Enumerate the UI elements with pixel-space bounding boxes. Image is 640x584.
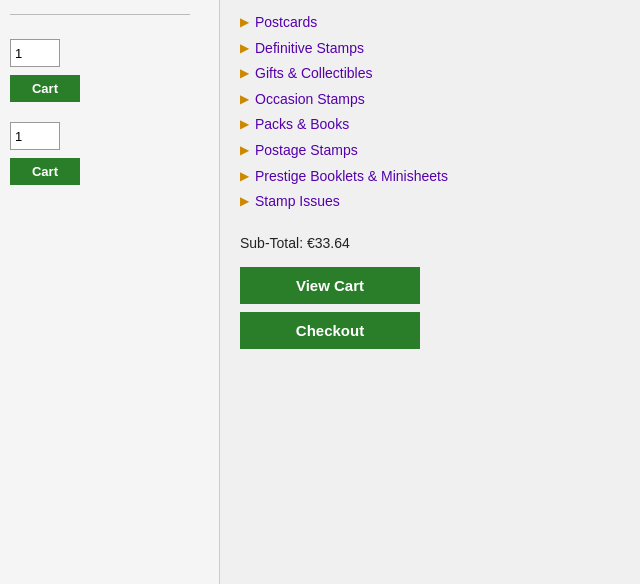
list-item: ▶ Definitive Stamps	[240, 36, 620, 62]
navigation-menu: ▶ Postcards ▶ Definitive Stamps ▶ Gifts …	[240, 10, 620, 215]
list-item: ▶ Occasion Stamps	[240, 87, 620, 113]
arrow-icon: ▶	[240, 143, 249, 157]
view-cart-button[interactable]: View Cart	[240, 267, 420, 304]
nav-link-postage-stamps[interactable]: Postage Stamps	[255, 141, 358, 161]
arrow-icon: ▶	[240, 194, 249, 208]
list-item: ▶ Packs & Books	[240, 112, 620, 138]
cart-buttons: View Cart Checkout	[240, 267, 620, 349]
subtotal-text: Sub-Total: €33.64	[240, 235, 350, 251]
top-divider	[10, 14, 190, 15]
nav-link-definitive-stamps[interactable]: Definitive Stamps	[255, 39, 364, 59]
arrow-icon: ▶	[240, 41, 249, 55]
add-to-cart-section-2: Cart	[10, 122, 80, 185]
list-item: ▶ Stamp Issues	[240, 189, 620, 215]
list-item: ▶ Prestige Booklets & Minisheets	[240, 164, 620, 190]
arrow-icon: ▶	[240, 66, 249, 80]
arrow-icon: ▶	[240, 15, 249, 29]
arrow-icon: ▶	[240, 92, 249, 106]
right-panel: ▶ Postcards ▶ Definitive Stamps ▶ Gifts …	[220, 0, 640, 584]
list-item: ▶ Postcards	[240, 10, 620, 36]
nav-link-gifts-collectibles[interactable]: Gifts & Collectibles	[255, 64, 372, 84]
nav-link-packs-books[interactable]: Packs & Books	[255, 115, 349, 135]
nav-link-occasion-stamps[interactable]: Occasion Stamps	[255, 90, 365, 110]
add-to-cart-button-2[interactable]: Cart	[10, 158, 80, 185]
quantity-input-1[interactable]	[10, 39, 60, 67]
checkout-button[interactable]: Checkout	[240, 312, 420, 349]
add-to-cart-section-1: Cart	[10, 39, 80, 102]
left-panel: Cart Cart	[0, 0, 220, 584]
arrow-icon: ▶	[240, 117, 249, 131]
nav-link-postcards[interactable]: Postcards	[255, 13, 317, 33]
list-item: ▶ Gifts & Collectibles	[240, 61, 620, 87]
nav-link-prestige-booklets[interactable]: Prestige Booklets & Minisheets	[255, 167, 448, 187]
nav-link-stamp-issues[interactable]: Stamp Issues	[255, 192, 340, 212]
add-to-cart-button-1[interactable]: Cart	[10, 75, 80, 102]
arrow-icon: ▶	[240, 169, 249, 183]
list-item: ▶ Postage Stamps	[240, 138, 620, 164]
subtotal-row: Sub-Total: €33.64	[240, 235, 620, 251]
quantity-input-2[interactable]	[10, 122, 60, 150]
